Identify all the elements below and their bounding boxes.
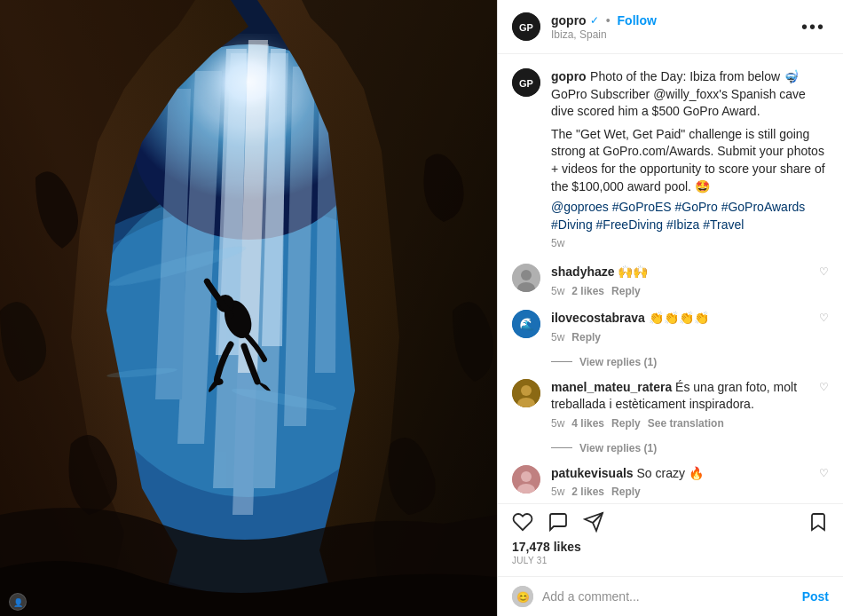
comment-button[interactable] bbox=[548, 511, 569, 533]
caption-block: GP gopro Photo of the Day: Ibiza from be… bbox=[512, 68, 829, 249]
comment-time: 5w bbox=[551, 417, 564, 430]
share-button[interactable] bbox=[583, 511, 604, 533]
heart-icon[interactable]: ♡ bbox=[819, 312, 829, 324]
caption-text2: The "Get Wet, Get Paid" challenge is sti… bbox=[551, 126, 829, 195]
comment-heart[interactable]: ♡ bbox=[819, 465, 829, 499]
reply-button[interactable]: Reply bbox=[611, 417, 641, 430]
view-replies-line bbox=[551, 447, 572, 448]
comment-text: manel_mateu_ratera És una gran foto, mol… bbox=[551, 379, 808, 414]
action-icons-left bbox=[512, 511, 793, 533]
comment-likes: 2 likes bbox=[571, 486, 604, 498]
header-info: gopro ✓ • Follow Ibiza, Spain bbox=[551, 13, 798, 41]
svg-point-29 bbox=[521, 270, 532, 280]
comment-avatar bbox=[512, 264, 540, 292]
comment-likes: 4 likes bbox=[571, 417, 604, 430]
comment-meta: 5w Reply bbox=[551, 331, 808, 344]
comment-content: shadyhaze 🙌🙌 5w 2 likes Reply bbox=[551, 264, 808, 297]
comments-area: GP gopro Photo of the Day: Ibiza from be… bbox=[498, 54, 843, 503]
caption-hashtags: @goproes #GoProES #GoPro #GoProAwards #D… bbox=[551, 199, 829, 233]
comment-avatar bbox=[512, 465, 540, 494]
comment-heart[interactable]: ♡ bbox=[819, 264, 829, 297]
comment-row: patukevisuals So crazy 🔥 5w 2 likes Repl… bbox=[512, 465, 829, 499]
comment-meta: 5w 2 likes Reply bbox=[551, 285, 808, 297]
view-replies-line bbox=[551, 361, 572, 362]
svg-point-37 bbox=[521, 471, 532, 482]
see-translation-button[interactable]: See translation bbox=[648, 417, 724, 430]
reply-button[interactable]: Reply bbox=[571, 331, 601, 344]
more-options-button[interactable]: ••• bbox=[798, 13, 829, 41]
caption-body: gopro Photo of the Day: Ibiza from below… bbox=[551, 68, 829, 249]
comment-row: manel_mateu_ratera És una gran foto, mol… bbox=[512, 379, 829, 430]
view-replies-row[interactable]: View replies (1) bbox=[551, 442, 829, 454]
comment-username: ilovecostabrava bbox=[551, 311, 645, 325]
comment-content: manel_mateu_ratera És una gran foto, mol… bbox=[551, 379, 808, 430]
action-icons bbox=[512, 511, 829, 533]
comment-username: manel_mateu_ratera bbox=[551, 380, 672, 394]
svg-text:GP: GP bbox=[519, 22, 533, 33]
comment-heart[interactable]: ♡ bbox=[819, 379, 829, 430]
view-replies-text: View replies (1) bbox=[579, 442, 657, 454]
comment-time: 5w bbox=[551, 285, 564, 297]
post-image: 👤 bbox=[0, 0, 497, 616]
comment-content: patukevisuals So crazy 🔥 5w 2 likes Repl… bbox=[551, 465, 808, 499]
verified-icon: ✓ bbox=[590, 14, 599, 27]
follow-button[interactable]: Follow bbox=[618, 13, 657, 28]
view-replies-text: View replies (1) bbox=[579, 356, 657, 368]
avatar: GP bbox=[512, 12, 540, 41]
svg-text:🌊: 🌊 bbox=[519, 317, 535, 332]
comment-avatar: 🌊 bbox=[512, 310, 540, 338]
caption-avatar: GP bbox=[512, 68, 540, 97]
comment-username: patukevisuals bbox=[551, 466, 634, 480]
comment-row: shadyhaze 🙌🙌 5w 2 likes Reply ♡ bbox=[512, 264, 829, 297]
post-comment-button[interactable]: Post bbox=[802, 589, 829, 604]
add-comment-input[interactable] bbox=[542, 589, 802, 604]
view-replies-row[interactable]: View replies (1) bbox=[551, 356, 829, 368]
comment-time: 5w bbox=[551, 486, 564, 498]
comment-time: 5w bbox=[551, 331, 564, 344]
header-username: gopro bbox=[551, 13, 587, 28]
comment-heart[interactable]: ♡ bbox=[819, 310, 829, 344]
comment-content: ilovecostabrava 👏👏👏👏 5w Reply bbox=[551, 310, 808, 344]
comment-likes: 2 likes bbox=[571, 285, 604, 297]
caption-username: gopro bbox=[551, 69, 587, 83]
heart-icon[interactable]: ♡ bbox=[819, 265, 829, 278]
comment-meta: 5w 4 likes Reply See translation bbox=[551, 417, 808, 430]
post-date: JULY 31 bbox=[512, 556, 829, 565]
heart-icon[interactable]: ♡ bbox=[819, 467, 829, 479]
caption-text: Photo of the Day: Ibiza from below 🤿 GoP… bbox=[551, 69, 806, 118]
comment-text: patukevisuals So crazy 🔥 bbox=[551, 465, 808, 483]
post-location: Ibiza, Spain bbox=[551, 28, 798, 41]
comment-text: shadyhaze 🙌🙌 bbox=[551, 264, 808, 281]
svg-text:GP: GP bbox=[519, 78, 533, 89]
comment-meta: 5w 2 likes Reply bbox=[551, 486, 808, 498]
like-button[interactable] bbox=[512, 511, 533, 533]
add-comment-avatar: 😊 bbox=[512, 586, 533, 607]
caption-time: 5w bbox=[551, 237, 829, 249]
svg-text:😊: 😊 bbox=[516, 590, 530, 604]
comment-row: 🌊 ilovecostabrava 👏👏👏👏 5w Reply ♡ bbox=[512, 310, 829, 344]
post-header: GP gopro ✓ • Follow Ibiza, Spain ••• bbox=[498, 0, 843, 54]
add-comment-row: 😊 Post bbox=[498, 576, 843, 616]
comment-username: shadyhaze bbox=[551, 265, 615, 279]
likes-count: 17,478 likes bbox=[512, 540, 829, 554]
action-bar: 17,478 likes JULY 31 bbox=[498, 503, 843, 576]
heart-icon[interactable]: ♡ bbox=[819, 381, 829, 393]
comment-avatar bbox=[512, 379, 540, 407]
svg-point-34 bbox=[521, 385, 532, 396]
right-panel: GP gopro ✓ • Follow Ibiza, Spain ••• GP bbox=[497, 0, 843, 616]
dot-separator: • bbox=[606, 13, 611, 28]
reply-button[interactable]: Reply bbox=[611, 486, 641, 498]
svg-text:👤: 👤 bbox=[13, 597, 24, 608]
comment-text: ilovecostabrava 👏👏👏👏 bbox=[551, 310, 808, 328]
save-button[interactable] bbox=[808, 511, 829, 533]
reply-button[interactable]: Reply bbox=[611, 285, 641, 297]
